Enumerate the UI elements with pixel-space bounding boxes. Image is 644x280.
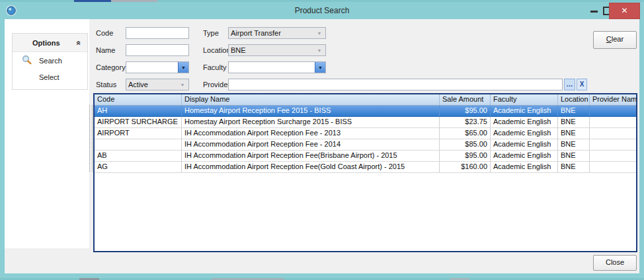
close-button[interactable]: Close — [593, 255, 637, 271]
cell-code: AIRPORT — [95, 128, 182, 139]
cell-provider-name — [590, 139, 636, 150]
provider-input[interactable] — [228, 79, 563, 90]
chevron-down-icon[interactable]: ▼ — [315, 62, 325, 73]
search-icon — [22, 55, 32, 65]
sidebar-item-label: Search — [39, 57, 62, 65]
faculty-dropdown[interactable]: ▼ — [228, 61, 326, 73]
cell-location: BNE — [558, 139, 590, 150]
cell-code: AG — [95, 162, 182, 172]
column-header-display-name[interactable]: Display Name — [182, 94, 440, 105]
name-label: Name — [96, 46, 115, 54]
name-input[interactable] — [126, 44, 189, 56]
options-panel-header[interactable]: Options « — [13, 34, 87, 52]
results-grid: Code Display Name Sale Amount Faculty Lo… — [93, 93, 637, 252]
table-row[interactable]: AB IH Accommodation Airport Reception Fe… — [95, 151, 636, 162]
clear-button-accelerator: C — [606, 35, 612, 43]
column-header-location[interactable]: Location — [558, 94, 590, 105]
cell-display-name: IH Accommodation Airport Reception Fee(G… — [182, 162, 440, 172]
cell-sale-amount: $23.75 — [440, 117, 491, 127]
minimize-icon[interactable] — [590, 11, 598, 13]
cell-sale-amount: $85.00 — [440, 139, 491, 150]
status-value: Active — [128, 81, 177, 88]
column-header-code[interactable]: Code — [95, 94, 182, 105]
cell-sale-amount: $160.00 — [440, 162, 491, 172]
status-dropdown[interactable]: Active ▼ — [126, 79, 189, 90]
cell-code: AH — [95, 106, 182, 116]
faculty-label: Faculty — [203, 63, 226, 71]
column-header-faculty[interactable]: Faculty — [491, 94, 558, 105]
cell-display-name: IH Accommodation Airport Reception Fee(B… — [182, 151, 440, 161]
column-header-sale-amount[interactable]: Sale Amount — [440, 94, 491, 105]
dialog-content: Options « Search Select Code Name C — [5, 19, 639, 273]
provider-browse-button[interactable]: … — [564, 79, 575, 90]
cell-faculty: Academic English — [491, 117, 558, 127]
cell-faculty: Academic English — [491, 128, 558, 139]
chevron-down-icon: ▼ — [315, 45, 324, 55]
cell-location: BNE — [558, 151, 590, 161]
cell-location: BNE — [558, 106, 590, 116]
sidebar-item-select[interactable]: Select — [13, 69, 87, 85]
status-label: Status — [96, 81, 116, 88]
cell-faculty: Academic English — [491, 139, 558, 150]
cell-sale-amount: $65.00 — [440, 128, 491, 139]
type-dropdown[interactable]: Airport Transfer ▼ — [228, 27, 326, 39]
cell-display-name: Homestay Airport Reception Surcharge 201… — [182, 117, 440, 127]
category-dropdown[interactable]: ▼ — [126, 61, 189, 73]
provider-label: Provider — [203, 81, 230, 88]
provider-clear-button[interactable]: X — [577, 79, 587, 90]
sidebar-item-label: Select — [39, 73, 60, 81]
table-row[interactable]: AIRPORT SURCHARGE Homestay Airport Recep… — [95, 117, 636, 128]
cell-code — [95, 139, 182, 150]
sidebar-item-search[interactable]: Search — [13, 52, 87, 69]
cell-display-name: IH Accommodation Airport Reception Fee -… — [182, 139, 440, 150]
grid-body: AH Homestay Airport Reception Fee 2015 -… — [95, 106, 636, 173]
cell-provider-name — [590, 151, 636, 161]
cell-display-name: Homestay Airport Reception Fee 2015 - BI… — [182, 106, 440, 116]
cell-provider-name — [590, 128, 636, 139]
title-bar[interactable]: Product Search ✕ — [0, 2, 644, 19]
cell-location: BNE — [558, 162, 590, 172]
cell-code: AB — [95, 151, 182, 161]
options-panel: Options « Search Select — [12, 33, 88, 90]
cell-faculty: Academic English — [491, 162, 558, 172]
table-row[interactable]: AH Homestay Airport Reception Fee 2015 -… — [95, 106, 636, 117]
category-label: Category — [96, 63, 126, 71]
chevron-down-icon: ▼ — [315, 28, 324, 38]
clear-button-label: lear — [612, 35, 624, 43]
cell-provider-name — [590, 106, 636, 116]
grid-row-indicator-strip — [89, 105, 93, 172]
cell-provider-name — [590, 117, 636, 127]
code-input[interactable] — [126, 27, 189, 39]
cell-code: AIRPORT SURCHARGE — [95, 117, 182, 127]
type-value: Airport Transfer — [231, 29, 314, 37]
chevron-down-icon: ▼ — [178, 79, 187, 90]
location-dropdown[interactable]: BNE ▼ — [228, 44, 326, 56]
table-row[interactable]: AIRPORT IH Accommodation Airport Recepti… — [95, 128, 636, 139]
cell-provider-name — [590, 162, 636, 172]
collapse-chevron-icon[interactable]: « — [75, 40, 84, 45]
product-search-window: Product Search ✕ Options « Search — [0, 2, 644, 278]
table-row[interactable]: AG IH Accommodation Airport Reception Fe… — [95, 162, 636, 173]
location-value: BNE — [231, 46, 314, 54]
cell-location: BNE — [558, 117, 590, 127]
column-header-provider-name[interactable]: Provider Name — [590, 94, 636, 105]
window-title: Product Search — [0, 6, 644, 15]
chevron-down-icon[interactable]: ▼ — [178, 62, 188, 73]
cell-display-name: IH Accommodation Airport Reception Fee -… — [182, 128, 440, 139]
type-label: Type — [203, 29, 219, 37]
code-label: Code — [96, 29, 113, 37]
cell-sale-amount: $95.00 — [440, 106, 491, 116]
cell-location: BNE — [558, 128, 590, 139]
clear-button[interactable]: Clear — [593, 31, 637, 49]
sidebar: Options « Search Select — [5, 19, 89, 248]
table-row[interactable]: IH Accommodation Airport Reception Fee -… — [95, 139, 636, 151]
options-panel-title: Options — [13, 39, 60, 47]
location-label: Location — [203, 46, 231, 54]
grid-header-row: Code Display Name Sale Amount Faculty Lo… — [95, 94, 636, 106]
close-icon[interactable]: ✕ — [609, 3, 640, 19]
cell-faculty: Academic English — [491, 106, 558, 116]
cell-faculty: Academic English — [491, 151, 558, 161]
cell-sale-amount: $95.00 — [440, 151, 491, 161]
